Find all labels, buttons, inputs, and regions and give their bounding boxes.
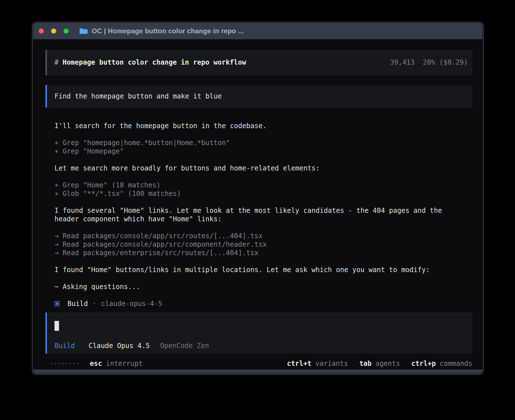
tool-call-line: ∗ Grep "Homepage"	[54, 147, 462, 156]
input-provider-label: OpenCode Zen	[160, 342, 209, 350]
session-title-group: #Homepage button color change in repo wo…	[54, 58, 246, 67]
assistant-status-text: ~ Asking questions...	[54, 283, 462, 291]
agent-model: claude-opus-4-5	[101, 299, 162, 308]
assistant-paragraph: Let me search more broadly for buttons a…	[54, 164, 462, 172]
input-agent-label[interactable]: Build	[54, 342, 75, 350]
spinner-dot	[73, 363, 75, 364]
ctrl-t-key: ctrl+t	[287, 360, 311, 368]
assistant-paragraph: I'll search for the homepage button in t…	[54, 122, 462, 130]
session-tokens: 39,413	[390, 58, 415, 66]
window-title: OC | Homepage button color change in rep…	[92, 27, 244, 35]
assistant-paragraph: I found several "Home" links. Let me loo…	[54, 206, 462, 223]
session-stats: 39,41320%($0.29)	[390, 58, 468, 67]
prompt-input-panel[interactable]: Build Claude Opus 4.5 OpenCode Zen	[45, 312, 472, 354]
minimize-button[interactable]	[51, 29, 56, 34]
user-message-text: Find the homepage button and make it blu…	[54, 92, 222, 100]
text-cursor	[54, 321, 59, 331]
tool-call-group: → Read packages/console/app/src/routes/[…	[54, 232, 462, 257]
esc-key: esc	[90, 360, 102, 368]
window-bottom-edge	[33, 369, 483, 374]
status-bar-right: ctrl+tvariants tabagents ctrl+pcommands	[287, 359, 472, 368]
tool-call-group: ∗ Grep "Home" (18 matches) ∗ Glob "**/*.…	[54, 181, 462, 198]
titlebar[interactable]: OC | Homepage button color change in rep…	[33, 23, 483, 39]
commands-hint[interactable]: ctrl+pcommands	[411, 359, 472, 368]
tab-key: tab	[359, 360, 372, 368]
interrupt-label: interrupt	[106, 360, 143, 368]
prompt-input-line[interactable]	[54, 321, 465, 333]
status-bar-left: escinterrupt	[45, 359, 143, 368]
variants-hint[interactable]: ctrl+tvariants	[287, 359, 348, 368]
session-header-panel: #Homepage button color change in repo wo…	[45, 50, 472, 75]
tool-call-group: ∗ Grep "homepage|home.*button|Home.*butt…	[54, 139, 462, 156]
zoom-button[interactable]	[64, 29, 69, 34]
spinner-dot	[77, 363, 78, 364]
agent-name: Build	[67, 299, 88, 308]
tool-call-line: → Read packages/enterprise/src/routes/[.…	[54, 249, 462, 257]
build-agent-icon	[54, 301, 60, 306]
interrupt-hint[interactable]: escinterrupt	[90, 359, 143, 368]
spinner-dot	[62, 363, 64, 364]
folder-icon	[79, 28, 88, 34]
spinner-dot	[51, 363, 53, 364]
spinner-dot	[70, 363, 71, 364]
session-hash: #	[54, 58, 58, 66]
traffic-lights	[39, 29, 69, 34]
tool-call-line: ∗ Glob "**/*.tsx" (100 matches)	[54, 189, 462, 198]
tool-call-line: → Read packages/console/app/src/componen…	[54, 240, 462, 249]
variants-label: variants	[315, 360, 348, 368]
agents-label: agents	[376, 360, 400, 368]
tool-call-line: ∗ Grep "Home" (18 matches)	[54, 181, 462, 189]
terminal-window: OC | Homepage button color change in rep…	[32, 22, 483, 374]
session-context-percent: 20%	[423, 58, 435, 66]
separator-dot: ·	[92, 299, 96, 308]
spinner-dot	[66, 363, 67, 364]
status-bar: escinterrupt ctrl+tvariants tabagents ct…	[45, 359, 472, 368]
assistant-paragraph: I found "Home" buttons/links in multiple…	[54, 266, 462, 274]
tool-call-line: ∗ Grep "homepage|home.*button|Home.*butt…	[54, 139, 462, 147]
spinner-dot	[55, 363, 56, 364]
agent-status-line: Build · claude-opus-4-5	[54, 299, 462, 308]
ctrl-p-key: ctrl+p	[411, 360, 436, 368]
prompt-input-footer: Build Claude Opus 4.5 OpenCode Zen	[54, 342, 465, 350]
user-message-panel: Find the homepage button and make it blu…	[45, 85, 472, 108]
session-cost: ($0.29)	[439, 58, 468, 66]
terminal-content: #Homepage button color change in repo wo…	[33, 39, 483, 369]
close-button[interactable]	[39, 29, 44, 34]
spinner-dots	[51, 363, 78, 364]
tool-call-line: → Read packages/console/app/src/routes/[…	[54, 232, 462, 240]
conversation: I'll search for the homepage button in t…	[54, 122, 462, 308]
session-title: Homepage button color change in repo wor…	[62, 58, 246, 66]
input-model-label[interactable]: Claude Opus 4.5	[89, 342, 150, 350]
agents-hint[interactable]: tabagents	[359, 359, 400, 368]
spinner-dot	[59, 363, 60, 364]
commands-label: commands	[440, 360, 472, 368]
